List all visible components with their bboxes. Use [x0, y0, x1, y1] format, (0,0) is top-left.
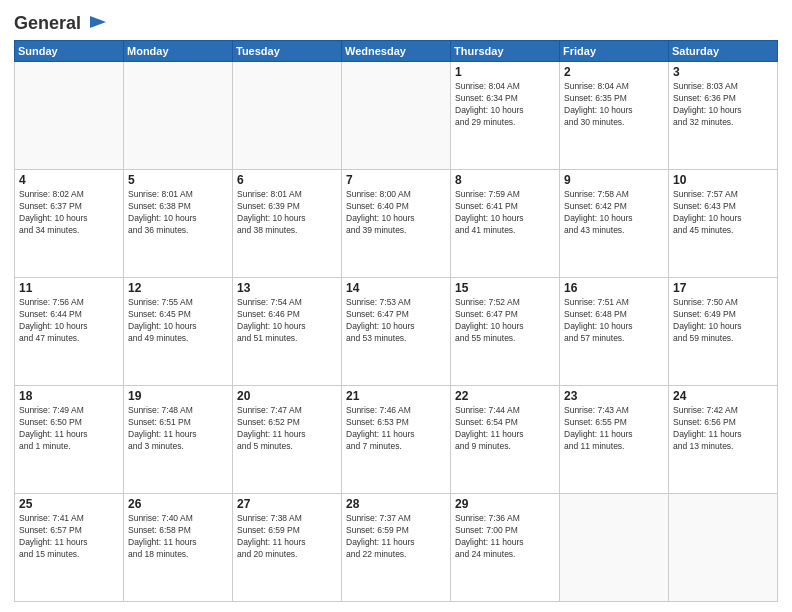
calendar-cell — [124, 62, 233, 170]
calendar-cell: 3Sunrise: 8:03 AM Sunset: 6:36 PM Daylig… — [669, 62, 778, 170]
week-row-1: 1Sunrise: 8:04 AM Sunset: 6:34 PM Daylig… — [15, 62, 778, 170]
day-number: 15 — [455, 281, 555, 295]
day-info: Sunrise: 7:52 AM Sunset: 6:47 PM Dayligh… — [455, 297, 555, 345]
logo: General — [14, 14, 108, 34]
logo-general: General — [14, 13, 81, 33]
day-info: Sunrise: 7:53 AM Sunset: 6:47 PM Dayligh… — [346, 297, 446, 345]
day-number: 23 — [564, 389, 664, 403]
page: General SundayMondayTuesdayWednesdayThur… — [0, 0, 792, 612]
day-number: 27 — [237, 497, 337, 511]
calendar-cell: 18Sunrise: 7:49 AM Sunset: 6:50 PM Dayli… — [15, 386, 124, 494]
day-number: 9 — [564, 173, 664, 187]
calendar-cell: 2Sunrise: 8:04 AM Sunset: 6:35 PM Daylig… — [560, 62, 669, 170]
calendar-cell: 15Sunrise: 7:52 AM Sunset: 6:47 PM Dayli… — [451, 278, 560, 386]
day-info: Sunrise: 8:00 AM Sunset: 6:40 PM Dayligh… — [346, 189, 446, 237]
calendar-cell: 23Sunrise: 7:43 AM Sunset: 6:55 PM Dayli… — [560, 386, 669, 494]
calendar-cell: 29Sunrise: 7:36 AM Sunset: 7:00 PM Dayli… — [451, 494, 560, 602]
week-row-3: 11Sunrise: 7:56 AM Sunset: 6:44 PM Dayli… — [15, 278, 778, 386]
day-info: Sunrise: 8:04 AM Sunset: 6:35 PM Dayligh… — [564, 81, 664, 129]
day-info: Sunrise: 7:42 AM Sunset: 6:56 PM Dayligh… — [673, 405, 773, 453]
day-info: Sunrise: 7:59 AM Sunset: 6:41 PM Dayligh… — [455, 189, 555, 237]
day-number: 28 — [346, 497, 446, 511]
calendar-cell: 10Sunrise: 7:57 AM Sunset: 6:43 PM Dayli… — [669, 170, 778, 278]
calendar-cell: 8Sunrise: 7:59 AM Sunset: 6:41 PM Daylig… — [451, 170, 560, 278]
day-number: 17 — [673, 281, 773, 295]
calendar-cell: 4Sunrise: 8:02 AM Sunset: 6:37 PM Daylig… — [15, 170, 124, 278]
calendar-cell: 27Sunrise: 7:38 AM Sunset: 6:59 PM Dayli… — [233, 494, 342, 602]
week-row-4: 18Sunrise: 7:49 AM Sunset: 6:50 PM Dayli… — [15, 386, 778, 494]
day-info: Sunrise: 7:55 AM Sunset: 6:45 PM Dayligh… — [128, 297, 228, 345]
day-info: Sunrise: 7:37 AM Sunset: 6:59 PM Dayligh… — [346, 513, 446, 561]
calendar-cell: 21Sunrise: 7:46 AM Sunset: 6:53 PM Dayli… — [342, 386, 451, 494]
calendar-cell: 28Sunrise: 7:37 AM Sunset: 6:59 PM Dayli… — [342, 494, 451, 602]
weekday-header-saturday: Saturday — [669, 41, 778, 62]
day-info: Sunrise: 8:02 AM Sunset: 6:37 PM Dayligh… — [19, 189, 119, 237]
day-info: Sunrise: 7:58 AM Sunset: 6:42 PM Dayligh… — [564, 189, 664, 237]
day-number: 26 — [128, 497, 228, 511]
day-info: Sunrise: 7:43 AM Sunset: 6:55 PM Dayligh… — [564, 405, 664, 453]
day-number: 5 — [128, 173, 228, 187]
calendar-cell: 9Sunrise: 7:58 AM Sunset: 6:42 PM Daylig… — [560, 170, 669, 278]
calendar-cell: 25Sunrise: 7:41 AM Sunset: 6:57 PM Dayli… — [15, 494, 124, 602]
day-number: 8 — [455, 173, 555, 187]
day-info: Sunrise: 8:01 AM Sunset: 6:39 PM Dayligh… — [237, 189, 337, 237]
day-number: 4 — [19, 173, 119, 187]
day-info: Sunrise: 7:47 AM Sunset: 6:52 PM Dayligh… — [237, 405, 337, 453]
calendar-cell: 26Sunrise: 7:40 AM Sunset: 6:58 PM Dayli… — [124, 494, 233, 602]
day-number: 20 — [237, 389, 337, 403]
logo-text: General — [14, 14, 108, 34]
calendar-cell: 20Sunrise: 7:47 AM Sunset: 6:52 PM Dayli… — [233, 386, 342, 494]
day-number: 21 — [346, 389, 446, 403]
calendar-cell: 5Sunrise: 8:01 AM Sunset: 6:38 PM Daylig… — [124, 170, 233, 278]
calendar-cell: 22Sunrise: 7:44 AM Sunset: 6:54 PM Dayli… — [451, 386, 560, 494]
day-info: Sunrise: 7:54 AM Sunset: 6:46 PM Dayligh… — [237, 297, 337, 345]
day-number: 11 — [19, 281, 119, 295]
calendar-cell: 19Sunrise: 7:48 AM Sunset: 6:51 PM Dayli… — [124, 386, 233, 494]
calendar-cell: 1Sunrise: 8:04 AM Sunset: 6:34 PM Daylig… — [451, 62, 560, 170]
calendar-cell: 14Sunrise: 7:53 AM Sunset: 6:47 PM Dayli… — [342, 278, 451, 386]
calendar-cell — [15, 62, 124, 170]
day-info: Sunrise: 7:56 AM Sunset: 6:44 PM Dayligh… — [19, 297, 119, 345]
calendar-cell — [669, 494, 778, 602]
logo-flag-icon — [88, 14, 108, 34]
day-number: 24 — [673, 389, 773, 403]
weekday-header-thursday: Thursday — [451, 41, 560, 62]
day-number: 19 — [128, 389, 228, 403]
day-number: 6 — [237, 173, 337, 187]
day-info: Sunrise: 8:03 AM Sunset: 6:36 PM Dayligh… — [673, 81, 773, 129]
day-number: 29 — [455, 497, 555, 511]
day-number: 3 — [673, 65, 773, 79]
day-number: 14 — [346, 281, 446, 295]
calendar-cell — [233, 62, 342, 170]
day-number: 25 — [19, 497, 119, 511]
weekday-header-monday: Monday — [124, 41, 233, 62]
day-info: Sunrise: 7:49 AM Sunset: 6:50 PM Dayligh… — [19, 405, 119, 453]
day-info: Sunrise: 8:04 AM Sunset: 6:34 PM Dayligh… — [455, 81, 555, 129]
calendar-cell — [342, 62, 451, 170]
week-row-5: 25Sunrise: 7:41 AM Sunset: 6:57 PM Dayli… — [15, 494, 778, 602]
day-number: 18 — [19, 389, 119, 403]
weekday-header-row: SundayMondayTuesdayWednesdayThursdayFrid… — [15, 41, 778, 62]
day-info: Sunrise: 7:41 AM Sunset: 6:57 PM Dayligh… — [19, 513, 119, 561]
day-number: 2 — [564, 65, 664, 79]
weekday-header-tuesday: Tuesday — [233, 41, 342, 62]
day-info: Sunrise: 7:50 AM Sunset: 6:49 PM Dayligh… — [673, 297, 773, 345]
day-number: 10 — [673, 173, 773, 187]
calendar-cell: 12Sunrise: 7:55 AM Sunset: 6:45 PM Dayli… — [124, 278, 233, 386]
weekday-header-wednesday: Wednesday — [342, 41, 451, 62]
calendar-cell: 17Sunrise: 7:50 AM Sunset: 6:49 PM Dayli… — [669, 278, 778, 386]
calendar-cell — [560, 494, 669, 602]
calendar-cell: 11Sunrise: 7:56 AM Sunset: 6:44 PM Dayli… — [15, 278, 124, 386]
weekday-header-friday: Friday — [560, 41, 669, 62]
day-info: Sunrise: 7:48 AM Sunset: 6:51 PM Dayligh… — [128, 405, 228, 453]
day-info: Sunrise: 7:44 AM Sunset: 6:54 PM Dayligh… — [455, 405, 555, 453]
day-info: Sunrise: 7:38 AM Sunset: 6:59 PM Dayligh… — [237, 513, 337, 561]
calendar-cell: 16Sunrise: 7:51 AM Sunset: 6:48 PM Dayli… — [560, 278, 669, 386]
day-number: 16 — [564, 281, 664, 295]
week-row-2: 4Sunrise: 8:02 AM Sunset: 6:37 PM Daylig… — [15, 170, 778, 278]
day-number: 13 — [237, 281, 337, 295]
day-number: 22 — [455, 389, 555, 403]
day-info: Sunrise: 7:46 AM Sunset: 6:53 PM Dayligh… — [346, 405, 446, 453]
day-info: Sunrise: 7:51 AM Sunset: 6:48 PM Dayligh… — [564, 297, 664, 345]
svg-marker-0 — [90, 16, 106, 28]
